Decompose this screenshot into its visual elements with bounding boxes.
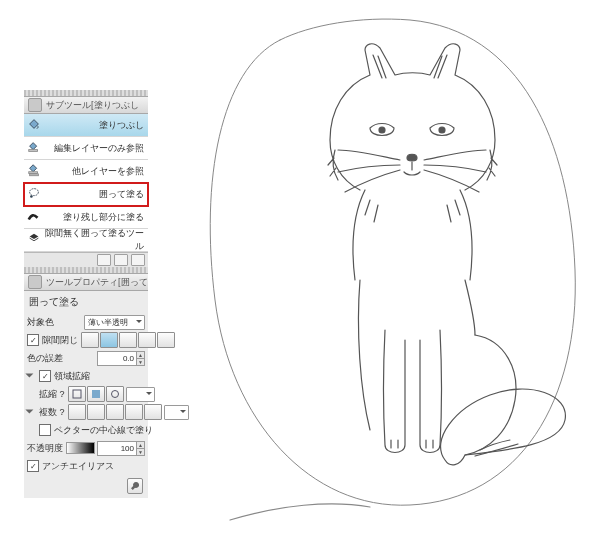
svg-point-5 [30,189,39,196]
svg-point-9 [111,391,118,398]
canvas-area[interactable] [160,0,600,534]
refer-buttons[interactable] [68,404,162,420]
bucket-icon [26,116,42,132]
subtool-label: 塗りつぶし [99,119,144,132]
row-area-scaling: ✓ 領域拡縮 [27,367,145,385]
opacity-gradient[interactable] [66,442,95,454]
svg-point-1 [439,127,445,133]
footer-button[interactable] [114,254,128,266]
panel-icon [28,98,42,112]
row-close-gap: ✓ 隙間閉じ [27,331,145,349]
area-scaling-checkbox[interactable]: ✓ [39,370,51,382]
artwork-fox [160,0,600,534]
subtool-item[interactable]: 囲って塗る [24,183,148,206]
subtool-list: 塗りつぶし編集レイヤーのみ参照他レイヤーを参照囲って塗る塗り残し部分に塗る隙間無… [24,114,148,252]
label: 不透明度 [27,442,63,455]
svg-point-6 [30,195,33,198]
brush-gap-icon [26,208,42,224]
subtool-title-text: サブツール[塗りつぶし [46,99,139,112]
subtool-item[interactable]: 編集レイヤーのみ参照 [24,137,148,160]
toolprop-panel-title: ツールプロパティ[囲って塗 [24,274,148,291]
panel-grip[interactable] [24,90,148,97]
disclosure-icon[interactable] [25,410,33,418]
svg-rect-2 [29,150,38,152]
bucket-layer-icon [26,139,42,155]
scaling-dropdown[interactable] [126,387,155,402]
row-vector-center: ベクターの中心線で塗り [27,421,145,439]
label: ベクターの中心線で塗り [54,424,153,437]
close-gap-checkbox[interactable]: ✓ [27,334,39,346]
panel-icon [28,275,42,289]
subtool-item[interactable]: 隙間無く囲って塗るツール [24,229,148,252]
subtool-panel-title: サブツール[塗りつぶし [24,97,148,114]
subtool-label: 囲って塗る [99,188,144,201]
antialias-checkbox[interactable]: ✓ [27,460,39,472]
vector-center-checkbox[interactable] [39,424,51,436]
svg-point-0 [379,127,385,133]
subtool-footer [24,252,148,267]
tool-panels: サブツール[塗りつぶし 塗りつぶし編集レイヤーのみ参照他レイヤーを参照囲って塗る… [24,90,148,498]
gap-level-buttons[interactable] [81,332,175,348]
row-refer: 複数 ? [27,403,145,421]
svg-rect-3 [29,172,38,174]
subtool-label: 編集レイヤーのみ参照 [54,142,144,155]
opacity-field[interactable]: 100▲▼ [97,441,145,456]
bucket-layers-icon [26,162,42,178]
label: 隙間閉じ [42,334,78,347]
sealed-fill-icon [26,231,42,247]
svg-rect-7 [73,390,81,398]
svg-rect-4 [30,174,39,176]
wrench-button[interactable] [127,478,143,494]
row-opacity: 不透明度 100▲▼ [27,439,145,457]
color-margin-field[interactable]: 0.0▲▼ [97,351,145,366]
row-antialias: ✓ アンチエイリアス [27,457,145,475]
label: 色の誤差 [27,352,63,365]
subtool-item[interactable]: 塗りつぶし [24,114,148,137]
label: 拡縮 ? [39,388,65,401]
tool-name: 囲って塗る [27,293,145,313]
subtool-label: 他レイヤーを参照 [72,165,144,178]
disclosure-icon[interactable] [25,374,33,382]
footer-button[interactable] [97,254,111,266]
subtool-item[interactable]: 他レイヤーを参照 [24,160,148,183]
label: 領域拡縮 [54,370,90,383]
refer-dropdown[interactable] [164,405,189,420]
subtool-label: 塗り残し部分に塗る [63,211,144,224]
row-color-margin: 色の誤差 0.0▲▼ [27,349,145,367]
subtool-item[interactable]: 塗り残し部分に塗る [24,206,148,229]
label: 対象色 [27,316,54,329]
label: 複数 ? [39,406,65,419]
scaling-mode-buttons[interactable] [68,386,124,402]
label: アンチエイリアス [42,460,114,473]
lasso-fill-icon [26,185,42,201]
footer-button[interactable] [131,254,145,266]
row-target-color: 対象色 薄い半透明 [27,313,145,331]
tool-property-body: 囲って塗る 対象色 薄い半透明 ✓ 隙間閉じ 色の誤差 0.0▲▼ ✓ 領域拡縮… [24,291,148,498]
panel-grip[interactable] [24,267,148,274]
target-color-dropdown[interactable]: 薄い半透明 [84,315,145,330]
subtool-label: 隙間無く囲って塗るツール [44,227,144,253]
row-scaling: 拡縮 ? [27,385,145,403]
toolprop-title-text: ツールプロパティ[囲って塗 [46,276,148,289]
svg-rect-8 [92,390,100,398]
